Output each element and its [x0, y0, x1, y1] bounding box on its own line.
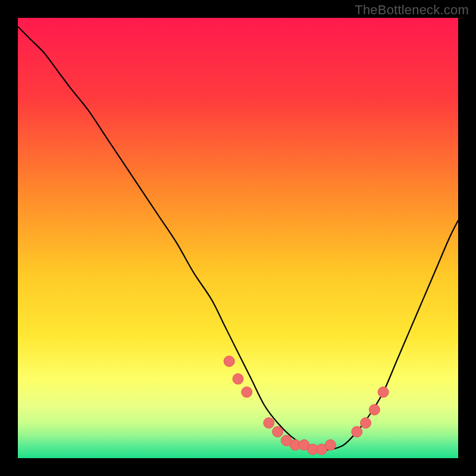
highlight-dot: [325, 440, 336, 450]
highlight-dot: [242, 387, 252, 397]
bottleneck-curve: [18, 27, 458, 450]
highlight-dot: [352, 427, 362, 437]
highlight-dot: [224, 356, 234, 367]
highlight-dot: [233, 374, 243, 384]
highlight-dot: [361, 418, 371, 428]
chart-frame: TheBottleneck.com: [0, 0, 476, 476]
curve-layer: [18, 18, 458, 458]
highlight-dot: [378, 387, 389, 397]
highlight-dot: [273, 427, 283, 437]
highlight-dot: [369, 405, 380, 415]
watermark-text: TheBottleneck.com: [355, 2, 469, 18]
plot-area: [18, 18, 458, 458]
highlight-dots: [224, 356, 389, 455]
highlight-dot: [264, 418, 274, 428]
